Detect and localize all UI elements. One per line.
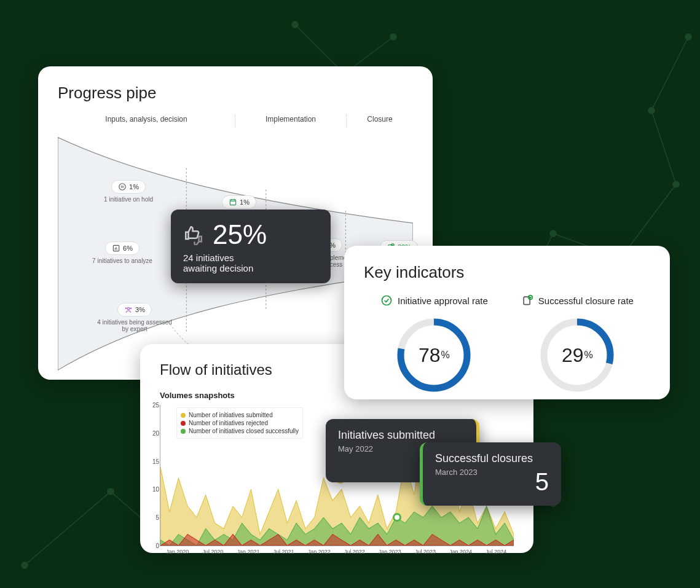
svg-point-17 bbox=[292, 22, 298, 28]
svg-line-9 bbox=[651, 37, 688, 111]
x-axis: Jan 2020Jul 2020Jan 2021Jul 2021Jan 2022… bbox=[160, 549, 514, 555]
ki-title: Key indicators bbox=[364, 263, 650, 282]
pipe-stage-headers: Inputs, analysis, decision Implementatio… bbox=[58, 115, 413, 127]
svg-point-14 bbox=[22, 562, 28, 568]
svg-point-24 bbox=[673, 181, 679, 187]
chart-bar-icon bbox=[112, 244, 120, 253]
svg-rect-44 bbox=[230, 200, 235, 205]
marker-closures bbox=[393, 513, 401, 522]
donut-approval: 78% bbox=[394, 315, 474, 395]
popup-decision-value: 25% bbox=[213, 219, 267, 250]
svg-point-54 bbox=[382, 296, 391, 305]
popup-decision-line2: awaiting decision bbox=[183, 263, 318, 273]
node-on-hold[interactable]: 1% 1 initiative on hold bbox=[88, 180, 168, 203]
svg-point-27 bbox=[550, 230, 556, 237]
header-inputs: Inputs, analysis, decision bbox=[58, 115, 235, 127]
header-implementation: Implementation bbox=[235, 115, 347, 127]
expert-icon bbox=[124, 305, 133, 314]
svg-point-25 bbox=[648, 108, 655, 114]
calendar-icon bbox=[229, 198, 237, 206]
header-closure: Closure bbox=[347, 115, 413, 127]
donut-closure: 29% bbox=[537, 315, 617, 395]
svg-point-19 bbox=[390, 34, 396, 40]
svg-point-15 bbox=[108, 488, 114, 495]
thumbs-icon bbox=[183, 224, 204, 245]
pause-icon bbox=[118, 182, 127, 191]
svg-point-42 bbox=[125, 308, 126, 308]
popup-closures: Successful closures March 2023 5 bbox=[420, 442, 561, 506]
ki-approval: Initiative approval rate 78% bbox=[380, 294, 488, 395]
svg-point-43 bbox=[131, 308, 132, 308]
svg-point-34 bbox=[119, 184, 126, 190]
svg-line-0 bbox=[25, 492, 111, 565]
flow-legend: Number of initiatives submitted Number o… bbox=[176, 407, 303, 439]
svg-point-41 bbox=[127, 308, 130, 310]
svg-line-8 bbox=[651, 111, 676, 184]
ki-closure: Successful closure rate 29% bbox=[521, 294, 634, 395]
popup-decision-line1: 24 initiatives bbox=[183, 253, 318, 263]
y-axis: 252015 1050 bbox=[147, 405, 159, 546]
popup-awaiting-decision: 25% 24 initiatives awaiting decision bbox=[171, 210, 331, 283]
svg-point-26 bbox=[685, 34, 691, 40]
check-circle-icon bbox=[380, 294, 393, 307]
node-analyze[interactable]: 6% 7 initiatives to analyze bbox=[82, 241, 162, 264]
key-indicators-card: Key indicators Initiative approval rate … bbox=[344, 246, 670, 399]
node-expert[interactable]: 3% 4 initiatives being assessed by exper… bbox=[95, 303, 175, 332]
progress-title: Progress pipe bbox=[58, 84, 413, 103]
clipboard-success-icon bbox=[521, 294, 533, 307]
